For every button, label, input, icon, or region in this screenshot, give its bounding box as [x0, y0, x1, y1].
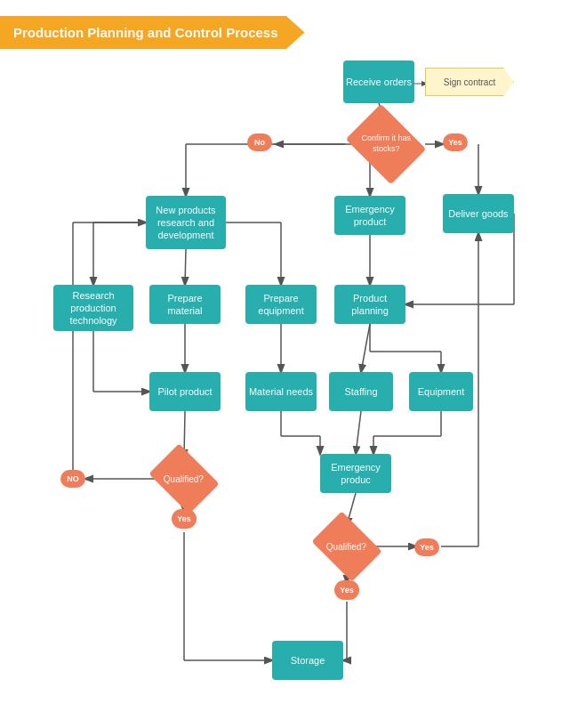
page-title: Production Planning and Control Process [0, 16, 305, 49]
sign-contract-node: Sign contract [425, 68, 514, 96]
qualified-1-node: Qualified? [149, 443, 219, 514]
yes-label-2: Yes [172, 509, 197, 529]
confirm-stocks-node: Confirm it has stocks? [346, 104, 427, 185]
no-label-1: No [247, 133, 272, 151]
yes-label-4: Yes [334, 580, 359, 600]
prepare-material-node: Prepare material [149, 285, 221, 324]
prepare-equipment-node: Prepare equipment [245, 285, 317, 324]
yes-label-3: Yes [414, 538, 439, 556]
svg-line-27 [356, 411, 361, 454]
qualified-2-node: Qualified? [311, 511, 381, 581]
svg-line-19 [361, 324, 370, 372]
yes-label-1: Yes [443, 133, 468, 151]
pilot-product-node: Pilot product [149, 372, 221, 411]
emergency-product-node: Emergency product [334, 196, 405, 235]
product-planning-node: Product planning [334, 285, 405, 324]
receive-orders-node: Receive orders [343, 61, 414, 103]
deliver-goods-node: Deliver goods [443, 194, 514, 233]
staffing-node: Staffing [329, 372, 393, 411]
emergency-produc-node: Emergency produc [320, 454, 391, 493]
new-products-node: New products research and development [146, 196, 226, 249]
research-tech-node: Research production technology [53, 285, 133, 331]
equipment-node: Equipment [409, 372, 473, 411]
storage-node: Storage [272, 641, 343, 680]
svg-line-11 [185, 249, 186, 285]
material-needs-node: Material needs [245, 372, 317, 411]
no-label-2: NO [60, 470, 85, 488]
